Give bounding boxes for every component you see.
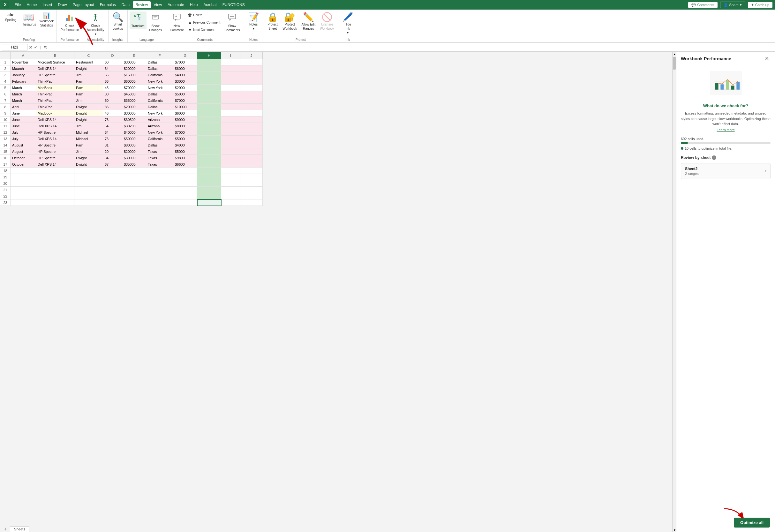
- cell[interactable]: [221, 129, 240, 136]
- cell[interactable]: Dell XPS 14: [36, 65, 74, 72]
- cell[interactable]: [197, 91, 221, 97]
- cell[interactable]: [146, 187, 173, 193]
- cell[interactable]: Dwight: [74, 155, 103, 161]
- cell[interactable]: 81: [103, 142, 122, 148]
- cell[interactable]: Michael: [74, 129, 103, 136]
- row-header-16[interactable]: 16: [0, 155, 11, 161]
- cell[interactable]: [221, 59, 240, 65]
- cell[interactable]: [240, 59, 263, 65]
- cell[interactable]: [240, 116, 263, 123]
- cell[interactable]: [197, 129, 221, 136]
- col-header-d[interactable]: D: [103, 52, 122, 59]
- cell[interactable]: $35000: [122, 161, 146, 168]
- cell[interactable]: Microsoft Surface: [36, 59, 74, 65]
- cell[interactable]: October: [11, 155, 36, 161]
- cell[interactable]: February: [11, 78, 36, 85]
- cell[interactable]: 35: [103, 104, 122, 110]
- cell[interactable]: [240, 104, 263, 110]
- row-header-23[interactable]: 23: [0, 199, 11, 206]
- cell[interactable]: [122, 168, 146, 174]
- cell[interactable]: Jim: [74, 123, 103, 129]
- cell[interactable]: $2000: [173, 85, 197, 91]
- row-header-19[interactable]: 19: [0, 174, 11, 180]
- name-box[interactable]: [2, 44, 27, 50]
- cell[interactable]: [103, 193, 122, 199]
- cell[interactable]: California: [146, 136, 173, 142]
- cell[interactable]: [103, 168, 122, 174]
- row-header-18[interactable]: 18: [0, 168, 11, 174]
- cell[interactable]: Texas: [146, 148, 173, 155]
- cell[interactable]: [197, 110, 221, 116]
- new-comment-button[interactable]: + New Comment: [168, 11, 185, 34]
- sidebar-close-button[interactable]: ✕: [763, 55, 771, 62]
- cell[interactable]: $6000: [173, 110, 197, 116]
- cell[interactable]: MacBook: [36, 85, 74, 91]
- catchup-button[interactable]: ✦ Catch up: [748, 2, 772, 8]
- cell[interactable]: 54: [103, 123, 122, 129]
- cell[interactable]: March: [11, 97, 36, 104]
- scroll-up-btn[interactable]: ▲: [673, 52, 676, 57]
- cell[interactable]: [197, 155, 221, 161]
- cell[interactable]: [221, 85, 240, 91]
- cell[interactable]: July: [11, 136, 36, 142]
- cell[interactable]: [197, 193, 221, 199]
- row-header-5[interactable]: 5: [0, 85, 11, 91]
- cell[interactable]: [240, 97, 263, 104]
- cell[interactable]: [221, 91, 240, 97]
- cell[interactable]: [173, 174, 197, 180]
- cell[interactable]: ThinkPad: [36, 91, 74, 97]
- formula-confirm[interactable]: ✓: [34, 45, 38, 50]
- col-header-a[interactable]: A: [11, 52, 36, 59]
- scroll-down-btn[interactable]: ▼: [673, 528, 676, 532]
- cell[interactable]: Dallas: [146, 142, 173, 148]
- cell[interactable]: 34: [103, 65, 122, 72]
- cell[interactable]: Texas: [146, 155, 173, 161]
- cell[interactable]: [240, 193, 263, 199]
- cell[interactable]: $6600: [173, 161, 197, 168]
- cell[interactable]: [240, 72, 263, 78]
- cell[interactable]: [197, 161, 221, 168]
- cell[interactable]: [146, 168, 173, 174]
- delete-comment-button[interactable]: 🗑 Delete: [186, 11, 222, 19]
- col-header-j[interactable]: J: [240, 52, 263, 59]
- spelling-button[interactable]: abc Spelling: [3, 11, 19, 23]
- row-header-17[interactable]: 17: [0, 161, 11, 168]
- cell[interactable]: March: [11, 85, 36, 91]
- cell[interactable]: $20000: [122, 148, 146, 155]
- cell[interactable]: [221, 110, 240, 116]
- cell[interactable]: Dallas: [146, 59, 173, 65]
- cell[interactable]: $80000: [122, 142, 146, 148]
- cell[interactable]: [221, 193, 240, 199]
- cell[interactable]: [197, 97, 221, 104]
- previous-comment-button[interactable]: ▲ Previous Comment: [186, 19, 222, 26]
- cell[interactable]: HP Spectre: [36, 72, 74, 78]
- cell[interactable]: [197, 78, 221, 85]
- cell[interactable]: June: [11, 116, 36, 123]
- cell[interactable]: [11, 174, 36, 180]
- cell[interactable]: $4000: [173, 142, 197, 148]
- cell[interactable]: 20: [103, 148, 122, 155]
- row-header-4[interactable]: 4: [0, 78, 11, 85]
- cell[interactable]: [74, 168, 103, 174]
- cell[interactable]: $9800: [173, 155, 197, 161]
- cell[interactable]: ThinkPad: [36, 97, 74, 104]
- cell[interactable]: March: [11, 91, 36, 97]
- cell[interactable]: [74, 180, 103, 187]
- cell[interactable]: [221, 104, 240, 110]
- cell[interactable]: [74, 174, 103, 180]
- cell[interactable]: Dallas: [146, 91, 173, 97]
- cell[interactable]: [197, 59, 221, 65]
- cell[interactable]: [197, 199, 221, 206]
- cell[interactable]: ThinkPad: [36, 78, 74, 85]
- cell[interactable]: [221, 199, 240, 206]
- cell[interactable]: Dwight: [74, 110, 103, 116]
- cell[interactable]: $7000: [173, 97, 197, 104]
- cell[interactable]: [11, 180, 36, 187]
- cell[interactable]: Jim: [74, 97, 103, 104]
- comments-button[interactable]: 💬 Comments: [688, 2, 717, 8]
- menu-acrobat[interactable]: Acrobat: [201, 1, 219, 8]
- cell[interactable]: [240, 155, 263, 161]
- cell[interactable]: MacBook: [36, 110, 74, 116]
- row-header-8[interactable]: 8: [0, 104, 11, 110]
- cell[interactable]: [221, 168, 240, 174]
